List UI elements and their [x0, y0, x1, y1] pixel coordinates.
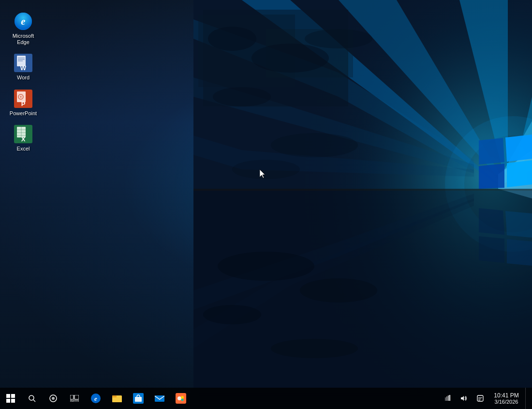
excel-icon-label: Excel	[17, 146, 30, 152]
svg-rect-86	[478, 397, 482, 398]
taskbar-file-explorer[interactable]	[106, 388, 128, 409]
search-icon	[28, 394, 36, 402]
taskbar-edge[interactable]: e	[85, 388, 106, 409]
svg-rect-74	[135, 397, 142, 402]
desktop-icons-container: e Microsoft Edge W Word	[0, 5, 46, 161]
svg-text:W: W	[20, 64, 27, 72]
svg-point-32	[232, 160, 300, 179]
taskbar-pinned-apps: e	[85, 388, 192, 409]
svg-point-79	[181, 399, 184, 401]
svg-point-36	[300, 278, 377, 303]
cortana-button[interactable]	[43, 388, 64, 409]
svg-point-60	[29, 395, 34, 400]
desktop-icon-excel[interactable]: X Excel	[4, 121, 43, 155]
taskbar-edge-icon: e	[90, 393, 101, 404]
svg-rect-81	[446, 396, 447, 401]
edge-icon: e	[14, 12, 33, 31]
taskbar-clock[interactable]: 10:41 PM 3/16/2026	[489, 388, 523, 409]
excel-icon: X	[14, 124, 33, 144]
volume-icon	[460, 395, 467, 402]
svg-point-28	[251, 44, 329, 73]
taskbar-date: 3/16/2026	[495, 399, 518, 405]
svg-rect-72	[112, 395, 117, 397]
svg-point-27	[208, 27, 256, 51]
volume-tray-icon[interactable]	[457, 388, 471, 409]
taskbar-file-explorer-icon	[112, 393, 122, 404]
taskbar-paint3d-icon	[176, 393, 186, 404]
svg-point-29	[213, 87, 271, 106]
svg-text:e: e	[21, 15, 25, 27]
svg-rect-71	[112, 397, 122, 402]
svg-rect-66	[70, 400, 72, 402]
word-icon: W	[14, 53, 33, 73]
svg-point-77	[177, 396, 181, 400]
svg-point-30	[305, 29, 372, 48]
wallpaper	[0, 0, 532, 409]
desktop: e Microsoft Edge W Word	[0, 0, 532, 409]
win-logo-sq-tr	[11, 394, 15, 398]
win-logo-sq-bl	[6, 399, 10, 403]
svg-rect-82	[448, 395, 449, 401]
win-logo-sq-tl	[6, 394, 10, 398]
taskbar-mail[interactable]	[149, 388, 170, 409]
notification-icon	[477, 395, 484, 402]
powerpoint-icon-label: PowerPoint	[10, 110, 37, 117]
svg-marker-84	[461, 396, 464, 401]
svg-marker-10	[479, 138, 504, 165]
edge-icon-label: Microsoft Edge	[6, 33, 41, 45]
svg-text:P: P	[21, 100, 26, 107]
svg-rect-67	[73, 400, 79, 402]
svg-point-34	[218, 252, 314, 281]
search-button[interactable]	[21, 388, 43, 409]
svg-rect-64	[70, 395, 74, 399]
action-center-icon[interactable]	[473, 388, 488, 409]
svg-point-63	[52, 397, 55, 400]
svg-rect-44	[18, 59, 25, 60]
desktop-icon-powerpoint[interactable]: P PowerPoint	[4, 86, 43, 120]
svg-point-31	[271, 133, 358, 157]
svg-marker-13	[507, 160, 532, 187]
desktop-icon-edge[interactable]: e Microsoft Edge	[4, 9, 43, 48]
svg-rect-83	[449, 395, 450, 401]
task-view-button[interactable]	[64, 388, 85, 409]
svg-rect-43	[18, 58, 25, 59]
taskbar-mail-icon	[154, 393, 165, 404]
word-icon-label: Word	[17, 75, 30, 81]
taskbar-store[interactable]	[128, 388, 149, 409]
svg-point-35	[203, 305, 261, 324]
svg-rect-80	[445, 397, 446, 401]
svg-point-78	[181, 396, 184, 399]
svg-text:X: X	[21, 136, 26, 143]
windows-logo-icon	[6, 394, 15, 403]
show-desktop-button[interactable]	[525, 388, 528, 409]
win-logo-sq-br	[11, 399, 15, 403]
taskbar-time: 10:41 PM	[494, 392, 518, 399]
svg-line-61	[33, 400, 35, 402]
taskbar-paint3d[interactable]	[170, 388, 192, 409]
start-button[interactable]	[0, 388, 21, 409]
svg-rect-18	[193, 189, 532, 191]
svg-marker-11	[505, 135, 532, 162]
svg-point-50	[20, 96, 22, 98]
task-view-icon	[70, 395, 79, 402]
taskbar-tray: 10:41 PM 3/16/2026	[440, 388, 532, 409]
svg-marker-12	[479, 164, 504, 189]
svg-rect-65	[74, 395, 79, 399]
powerpoint-icon: P	[14, 89, 33, 108]
taskbar-store-icon	[133, 393, 144, 404]
svg-rect-88	[478, 400, 480, 400]
svg-point-37	[271, 339, 358, 358]
svg-text:e: e	[94, 395, 97, 402]
network-icon	[444, 395, 451, 402]
svg-rect-85	[477, 395, 483, 401]
svg-rect-75	[155, 395, 164, 402]
cortana-icon	[49, 394, 58, 403]
svg-rect-45	[18, 61, 23, 61]
network-tray-icon[interactable]	[440, 388, 455, 409]
desktop-icon-word[interactable]: W Word	[4, 50, 43, 84]
svg-rect-87	[478, 399, 481, 399]
taskbar: e	[0, 388, 532, 409]
wallpaper-svg	[193, 0, 532, 409]
